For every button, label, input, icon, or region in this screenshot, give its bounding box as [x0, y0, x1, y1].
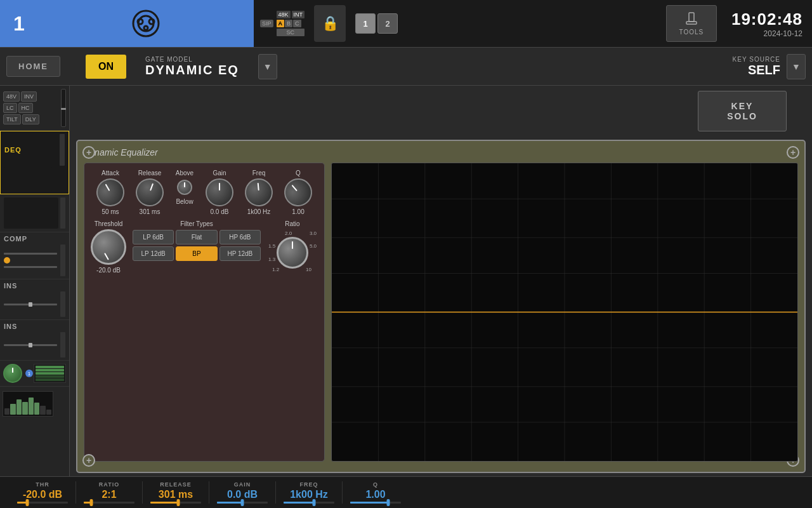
key-source-text: KEY SOURCE SELF	[733, 56, 780, 77]
param-freq: FREQ 1k00 Hz	[276, 481, 343, 504]
sidebar-item-deq[interactable]: DEQ	[0, 131, 69, 194]
deq-display	[331, 163, 798, 462]
filter-lp6db[interactable]: LP 6dB	[133, 230, 174, 244]
sip-b[interactable]: B	[285, 20, 292, 27]
sidebar-item-comp[interactable]: COMP	[0, 232, 69, 279]
clock-date: 2024-10-12	[764, 29, 802, 38]
freq-value: 1k00 Hz	[247, 208, 271, 215]
filter-hp12db[interactable]: HP 12dB	[219, 246, 261, 261]
thr-slider[interactable]	[17, 502, 68, 504]
corner-tl[interactable]: +	[82, 146, 95, 159]
deq-label: DEQ	[4, 146, 22, 154]
freq-slider[interactable]	[284, 502, 334, 504]
sidebar-knob[interactable]	[3, 364, 22, 383]
freq-group: Freq 1k00 Hz	[245, 170, 273, 215]
gate-model-block: GATE MODEL DYNAMIC EQ	[145, 56, 239, 77]
channel-1-button[interactable]: 1	[355, 13, 376, 34]
sidebar-btn-tilt[interactable]: TILT	[3, 114, 21, 124]
attack-value: 50 ms	[102, 208, 119, 215]
on-button[interactable]: ON	[86, 55, 126, 79]
release-knob[interactable]	[132, 175, 167, 210]
thr-value: -20.0 dB	[23, 489, 62, 500]
release-value: 301 ms	[140, 208, 160, 215]
filter-buttons: LP 6dB Flat HP 6dB LP 12dB BP HP 12dB	[133, 230, 261, 261]
sidebar-top-slider[interactable]	[61, 89, 66, 127]
filter-flat[interactable]: Flat	[176, 230, 217, 244]
main-area: 48V INV LC HC TILT DLY DEQ	[0, 86, 812, 476]
q-knob[interactable]	[278, 173, 318, 212]
attack-label: Attack	[102, 170, 119, 177]
threshold-knob[interactable]	[91, 229, 126, 265]
sidebar-level-meter	[34, 364, 66, 383]
lock-button[interactable]: 🔒	[314, 5, 346, 42]
ratio-tick-13: 1.3	[268, 257, 275, 262]
filter-ratio-section: Filter Types LP 6dB Flat HP 6dB LP 12dB …	[133, 220, 318, 274]
release-label: Release	[138, 170, 162, 177]
param-ratio: RATIO 2:1	[76, 481, 143, 504]
tools-icon	[684, 11, 699, 27]
sidebar-top-buttons: 48V INV LC HC TILT DLY	[0, 86, 69, 131]
ins1-label: INS	[4, 282, 17, 290]
sidebar-btn-dly[interactable]: DLY	[22, 114, 39, 124]
sip-label: SIP	[260, 20, 273, 27]
ratio-knob[interactable]	[277, 237, 308, 269]
q-value-bar: 1.00	[365, 489, 385, 500]
sip-a[interactable]: A	[277, 20, 285, 27]
release-slider[interactable]	[150, 502, 201, 504]
attack-knob[interactable]	[91, 173, 129, 211]
sip-sc[interactable]: SC	[277, 29, 305, 36]
deq-plugin: + + + + Dynamic Equalizer Attack 50 ms	[76, 140, 806, 473]
gain-slider[interactable]	[217, 502, 268, 504]
sidebar-btn-inv[interactable]: INV	[21, 91, 37, 102]
ratio-tick-10: 10	[306, 267, 311, 272]
channel-buttons: 1 2	[349, 0, 404, 47]
filter-bp[interactable]: BP	[176, 246, 217, 261]
blue-indicator: 1	[25, 370, 33, 377]
home-button[interactable]: HOME	[6, 56, 60, 77]
q-slider[interactable]	[350, 502, 401, 504]
sip-c[interactable]: C	[293, 20, 301, 27]
ratio-value-bar: 2:1	[102, 489, 116, 500]
filter-lp12db[interactable]: LP 12dB	[133, 246, 174, 261]
release-value-bar: 301 ms	[159, 489, 193, 500]
threshold-section: Threshold -20.0 dB	[91, 220, 126, 274]
above-below-knob[interactable]	[177, 180, 192, 195]
key-source-label: KEY SOURCE	[733, 56, 780, 63]
above-below-icon	[175, 178, 194, 196]
below-label: Below	[176, 198, 193, 205]
gate-model-name: DYNAMIC EQ	[145, 63, 239, 77]
above-below-group: Above Below	[175, 170, 194, 215]
thr-label: THR	[36, 481, 49, 488]
sidebar-btn-48v[interactable]: 48V	[3, 91, 20, 102]
sip-int: INT	[292, 11, 305, 18]
ratio-tick-12: 1.2	[272, 267, 279, 272]
sidebar-btn-lc[interactable]: LC	[3, 103, 17, 113]
release-label-bar: RELEASE	[160, 481, 192, 488]
svg-point-3	[149, 19, 154, 24]
sidebar-item-blank	[0, 194, 69, 232]
freq-knob[interactable]	[244, 177, 274, 208]
gate-model-dropdown[interactable]: ▼	[258, 54, 277, 79]
param-q: Q 1.00	[343, 481, 409, 504]
corner-bl[interactable]: +	[82, 454, 95, 467]
tools-button[interactable]: TOOLS	[666, 5, 717, 42]
track-icon	[38, 0, 254, 47]
release-group: Release 301 ms	[136, 170, 164, 215]
key-source-dropdown[interactable]: ▼	[787, 54, 806, 79]
ratio-label-bar: RATIO	[99, 481, 119, 488]
gain-knob[interactable]	[206, 178, 233, 206]
sidebar: 48V INV LC HC TILT DLY DEQ	[0, 86, 70, 476]
ratio-label: Ratio	[285, 220, 299, 227]
sidebar-mini-meter-area	[0, 387, 69, 419]
ratio-slider[interactable]	[84, 502, 134, 504]
sidebar-item-ins1[interactable]: INS	[0, 279, 69, 320]
channel-2-button[interactable]: 2	[377, 13, 398, 34]
key-solo-button[interactable]: KEY SOLO	[698, 91, 787, 131]
filter-hp6db[interactable]: HP 6dB	[219, 230, 261, 244]
q-value: 1.00	[292, 208, 304, 215]
sidebar-item-ins2[interactable]: INS	[0, 320, 69, 361]
corner-tr[interactable]: +	[787, 146, 799, 159]
key-source-block: KEY SOURCE SELF ▼	[733, 54, 806, 79]
freq-value-bar: 1k00 Hz	[290, 489, 328, 500]
sidebar-btn-hc[interactable]: HC	[18, 103, 33, 113]
